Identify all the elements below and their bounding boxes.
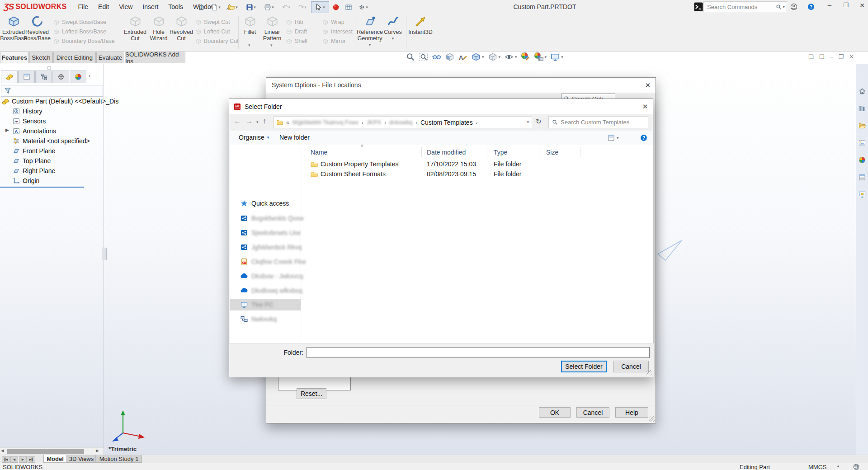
apply-scene-button[interactable]: ▾ — [534, 52, 547, 61]
nav-item-quick-access[interactable]: Quick access — [230, 197, 301, 209]
revolved-boss-button[interactable]: Revolved Boss/Base — [24, 15, 50, 42]
swept-boss-button[interactable]: Swept Boss/Base — [53, 18, 106, 26]
system-options-title-bar[interactable]: System Options - File Locations ✕ — [266, 78, 656, 93]
extruded-boss-button[interactable]: Extruded Boss/Base — [1, 15, 26, 42]
mirror-button[interactable]: Mirror — [322, 37, 346, 45]
new-folder-button[interactable]: New folder — [279, 134, 310, 141]
section-view-button[interactable] — [445, 52, 454, 61]
select-folder-button[interactable]: Select Folder — [561, 361, 607, 372]
scroll-right-icon[interactable]: ▶ — [96, 448, 99, 453]
swept-cut-button[interactable]: Swept Cut — [195, 18, 230, 26]
panel-collapse-handle[interactable] — [47, 66, 51, 70]
tree-item-history[interactable]: History — [13, 106, 42, 116]
up-icon[interactable]: ↑ — [263, 117, 266, 125]
view-settings-button[interactable]: ▾ — [551, 52, 563, 61]
curves-flyout-icon[interactable]: ▾ — [392, 37, 394, 41]
lofted-cut-button[interactable]: Lofted Cut — [195, 28, 230, 36]
rib-button[interactable]: Rib — [286, 18, 303, 26]
intersect-button[interactable]: Intersect — [322, 28, 353, 36]
panel-tab-configurationmanager[interactable] — [35, 70, 52, 83]
panel-tab-dimxpertmanager[interactable] — [52, 70, 69, 83]
doc-restore-button[interactable]: ❐ — [839, 53, 844, 60]
home-button[interactable] — [195, 2, 207, 13]
3dexperience-button[interactable] — [330, 2, 342, 13]
globe-icon[interactable] — [853, 463, 860, 470]
new-document-button[interactable]: ▾ — [208, 2, 223, 13]
panel-tab-displaymanager[interactable] — [70, 70, 86, 83]
prev-tab-icon[interactable]: ◀ — [10, 456, 18, 463]
curves-button[interactable]: Curves▾ — [382, 15, 403, 41]
instant3d-button[interactable]: Instant3D — [408, 15, 433, 35]
breadcrumb-segment[interactable]: dnkxwbq — [389, 119, 412, 126]
hole-wizard-button[interactable]: Hole Wizard — [147, 15, 170, 42]
tab-model[interactable]: Model — [43, 455, 67, 463]
nav-item-shared-3[interactable]: Jgfxklwnbck Rkvq — [230, 241, 301, 253]
lofted-boss-button[interactable]: Lofted Boss/Base — [53, 28, 106, 36]
tree-item-right-plane[interactable]: Right Plane — [13, 166, 55, 176]
redo-button[interactable]: ↷▾ — [295, 2, 310, 13]
custom-properties-icon[interactable] — [859, 174, 866, 181]
reference-geometry-flyout-icon[interactable]: ▾ — [369, 43, 371, 47]
display-style-button[interactable]: ▾ — [488, 52, 501, 61]
design-table-button[interactable] — [343, 2, 354, 13]
column-header-size[interactable]: Size — [546, 149, 558, 156]
close-icon[interactable]: ✕ — [640, 78, 656, 93]
scrollbar-thumb[interactable] — [7, 449, 84, 454]
tree-item-origin[interactable]: Origin — [13, 176, 39, 186]
tab-solidworks-addins[interactable]: SOLIDWORKS Add-Ins — [125, 52, 185, 63]
view-mode-button[interactable]: ▾ — [608, 134, 619, 141]
open-button[interactable]: ▾ — [224, 2, 241, 13]
back-icon[interactable]: ← — [234, 117, 241, 125]
minimize-button[interactable]: – — [824, 1, 835, 9]
wrap-button[interactable]: Wrap — [322, 18, 344, 26]
linear-pattern-button[interactable]: Linear Pattern — [260, 15, 284, 42]
ok-button[interactable]: OK — [539, 407, 571, 418]
forum-icon[interactable] — [859, 191, 866, 198]
organise-button[interactable]: Organise▾ — [239, 134, 269, 141]
cancel-button[interactable]: Cancel — [576, 407, 609, 418]
address-bar[interactable]: « Wgkfdwbhl Tkalnvq Fxwv › JKPX › dnkxwb… — [274, 116, 532, 128]
status-units[interactable]: MMGS — [808, 464, 826, 470]
panel-splitter-handle[interactable] — [102, 248, 107, 260]
hide-show-items-button[interactable]: ▾ — [505, 52, 517, 61]
cancel-button[interactable]: Cancel — [613, 361, 649, 372]
reference-geometry-button[interactable]: Reference Geometry▾ — [357, 15, 382, 47]
help-button[interactable]: Help — [615, 407, 648, 418]
undo-button[interactable]: ↶▾ — [278, 2, 294, 13]
folder-name-input[interactable] — [307, 347, 650, 358]
next-tab-icon[interactable]: ▶ — [19, 456, 27, 463]
panel-tab-featuremanager[interactable] — [1, 70, 18, 83]
tab-sketch[interactable]: Sketch — [29, 52, 53, 63]
menu-tools[interactable]: Tools — [163, 0, 188, 14]
boundary-boss-button[interactable]: Boundary Boss/Base — [53, 37, 115, 45]
column-header-type[interactable]: Type — [494, 149, 507, 156]
doc-minimize-button[interactable]: – — [830, 53, 833, 60]
revolved-cut-button[interactable]: Revolved Cut — [170, 15, 193, 42]
shell-button[interactable]: Shell — [286, 37, 307, 45]
linear-pattern-flyout-icon[interactable]: ▾ — [270, 43, 273, 47]
menu-edit[interactable]: Edit — [93, 0, 114, 14]
view-palette-icon[interactable] — [859, 139, 866, 146]
tree-item-annotations[interactable]: Annotations — [13, 126, 56, 136]
home-icon[interactable] — [859, 88, 866, 95]
nav-item-creative-cloud[interactable]: Ckqfxw Cvwxk Fkw — [230, 256, 301, 268]
appearances-icon[interactable] — [859, 156, 866, 164]
breadcrumb-segment[interactable]: JKPX — [367, 119, 382, 126]
fillet-button[interactable]: Fillet — [240, 15, 260, 35]
address-dropdown-icon[interactable]: ▾ — [527, 120, 529, 124]
select-folder-title-bar[interactable]: Select Folder ✕ — [229, 99, 653, 114]
resize-grip[interactable] — [649, 416, 655, 422]
tree-item-material[interactable]: Material <not specified> — [13, 136, 90, 146]
panel-tab-propertymanager[interactable] — [18, 70, 35, 83]
pane-left-icon[interactable]: ❏ — [808, 53, 814, 60]
tree-horizontal-scrollbar[interactable]: ◀ ▶ — [0, 447, 104, 455]
menu-view[interactable]: View — [114, 0, 137, 14]
rollback-bar[interactable] — [0, 187, 84, 188]
options-button[interactable]: ▾ — [355, 2, 371, 13]
view-orientation-button[interactable]: ▾ — [472, 52, 484, 61]
tree-item-top-plane[interactable]: Top Plane — [13, 156, 51, 166]
close-window-button[interactable]: ✕ — [856, 2, 868, 9]
help-icon[interactable] — [640, 134, 647, 141]
column-header-date-modified[interactable]: Date modified — [427, 149, 466, 156]
breadcrumb-current[interactable]: Custom Templates — [420, 119, 473, 126]
